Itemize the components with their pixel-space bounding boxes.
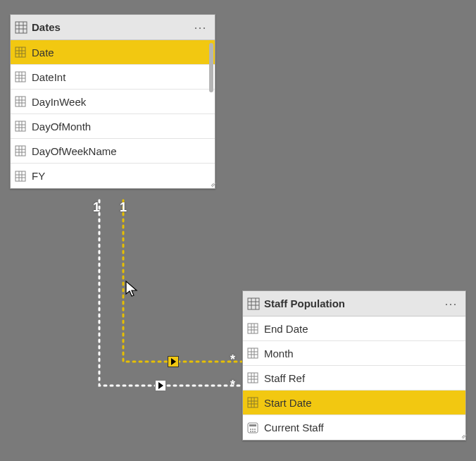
field-row-dayofweekname[interactable]: DayOfWeekName bbox=[11, 139, 215, 164]
scrollbar[interactable] bbox=[209, 43, 213, 92]
field-row-current-staff[interactable]: Current Staff bbox=[243, 415, 465, 440]
column-icon bbox=[15, 71, 26, 82]
svg-rect-50 bbox=[248, 373, 258, 383]
field-row-month[interactable]: Month bbox=[243, 341, 465, 366]
svg-rect-30 bbox=[15, 171, 25, 181]
svg-rect-15 bbox=[15, 97, 25, 106]
field-row-date[interactable]: Date bbox=[11, 40, 215, 65]
field-row-fy[interactable]: FY bbox=[11, 164, 215, 188]
column-icon bbox=[15, 47, 26, 58]
svg-rect-45 bbox=[248, 348, 258, 358]
cardinality-many: * bbox=[230, 378, 235, 393]
column-icon bbox=[15, 121, 26, 132]
cardinality-one: 1 bbox=[93, 200, 100, 215]
table-header[interactable]: Staff Population ⋯ bbox=[243, 291, 465, 316]
relationship-direction[interactable] bbox=[155, 380, 166, 391]
svg-rect-5 bbox=[15, 47, 25, 57]
field-label: Start Date bbox=[264, 397, 312, 409]
column-icon bbox=[15, 171, 26, 182]
svg-point-62 bbox=[250, 429, 251, 430]
svg-rect-10 bbox=[15, 72, 25, 82]
cardinality-many: * bbox=[230, 352, 235, 367]
table-title: Dates bbox=[32, 21, 194, 33]
field-label: End Date bbox=[264, 323, 308, 335]
field-row-dateint[interactable]: DateInt bbox=[11, 65, 215, 90]
svg-rect-25 bbox=[15, 146, 25, 156]
column-icon bbox=[15, 96, 26, 107]
table-header[interactable]: Dates ⋯ bbox=[11, 15, 215, 40]
field-label: Staff Ref bbox=[264, 372, 305, 384]
svg-rect-55 bbox=[248, 398, 258, 407]
field-row-start-date[interactable]: Start Date bbox=[243, 391, 465, 415]
field-label: Date bbox=[32, 47, 54, 59]
svg-rect-35 bbox=[248, 298, 259, 309]
field-row-dayinweek[interactable]: DayInWeek bbox=[11, 90, 215, 114]
cursor-icon bbox=[125, 280, 139, 298]
field-label: DayInWeek bbox=[32, 96, 86, 108]
table-title: Staff Population bbox=[264, 297, 444, 309]
table-card-dates[interactable]: Dates ⋯ Date DateInt DayInWeek DayOfMont… bbox=[10, 14, 215, 189]
svg-rect-61 bbox=[249, 424, 256, 426]
svg-rect-0 bbox=[15, 22, 27, 33]
model-canvas[interactable]: { "tables": { "dates": { "title": "Dates… bbox=[0, 0, 476, 461]
field-label: FY bbox=[32, 170, 45, 182]
svg-rect-20 bbox=[15, 121, 25, 131]
table-card-staff-population[interactable]: Staff Population ⋯ End Date Month Staff … bbox=[242, 290, 466, 441]
svg-rect-40 bbox=[248, 324, 258, 333]
column-icon bbox=[247, 323, 258, 334]
table-options-icon[interactable]: ⋯ bbox=[194, 20, 209, 35]
field-row-dayofmonth[interactable]: DayOfMonth bbox=[11, 114, 215, 139]
svg-point-63 bbox=[252, 429, 253, 430]
field-label: DayOfMonth bbox=[32, 121, 91, 133]
column-icon bbox=[15, 145, 26, 156]
svg-point-66 bbox=[252, 431, 253, 432]
field-label: Month bbox=[264, 348, 294, 359]
field-row-staff-ref[interactable]: Staff Ref bbox=[243, 366, 465, 391]
svg-point-65 bbox=[250, 431, 251, 432]
column-icon bbox=[247, 372, 258, 383]
field-label: Current Staff bbox=[264, 422, 324, 434]
table-icon bbox=[247, 297, 260, 310]
field-list: Date DateInt DayInWeek DayOfMonth DayOfW… bbox=[11, 40, 215, 188]
table-options-icon[interactable]: ⋯ bbox=[444, 296, 460, 312]
column-icon bbox=[247, 397, 258, 408]
measure-icon bbox=[247, 422, 258, 434]
field-label: DateInt bbox=[32, 71, 65, 83]
field-list: End Date Month Staff Ref Start Date Curr… bbox=[243, 316, 465, 440]
field-label: DayOfWeekName bbox=[32, 145, 117, 157]
table-icon bbox=[15, 21, 27, 34]
svg-point-67 bbox=[254, 431, 256, 432]
svg-point-64 bbox=[254, 429, 256, 430]
field-row-end-date[interactable]: End Date bbox=[243, 316, 465, 341]
resize-grip[interactable] bbox=[208, 181, 213, 187]
cardinality-one: 1 bbox=[120, 200, 127, 215]
relationship-direction-selected[interactable] bbox=[168, 356, 179, 367]
resize-grip[interactable] bbox=[458, 433, 464, 438]
column-icon bbox=[247, 348, 258, 359]
